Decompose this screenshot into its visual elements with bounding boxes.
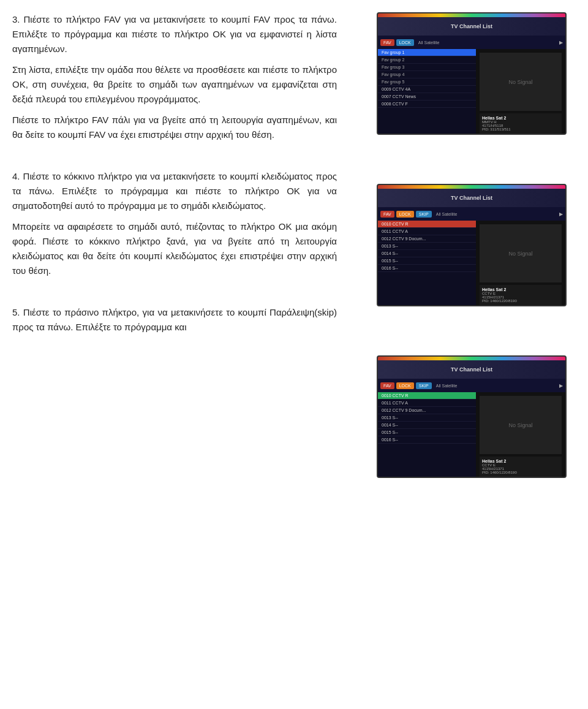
spacer-2: [12, 287, 337, 305]
section-3-block: 3. Πιέστε το πλήκτρο FAV για να μετακινή…: [12, 12, 337, 142]
no-signal-text-3: No Signal: [508, 422, 532, 428]
tv-screenshot-3: TV Channel List FAV LOCK SKIP All Satell…: [377, 355, 567, 478]
tv-info-1: Hellas Sat 2 MMTV H 4171/H/5118 PID: 311…: [480, 113, 562, 134]
channel-0008[interactable]: 0008 CCTV F: [378, 100, 476, 108]
tv-topbar-1: TV Channel List: [378, 17, 565, 36]
tv-info-detail-2c: PID: 1460/1220/8190: [482, 299, 559, 303]
channel-list-2: 0010 CCTV R 0011 CCTV A 0012 CCTV 9 Docu…: [378, 221, 476, 306]
tv-topbar-2: TV Channel List: [378, 189, 565, 207]
tv-info-name-2: Hellas Sat 2: [482, 287, 559, 292]
channel-fav1[interactable]: Fav group 1: [378, 49, 476, 56]
channel-list-1: Fav group 1 Fav group 2 Fav group 3 Fav …: [378, 49, 476, 135]
channel-fav4[interactable]: Fav group 4: [378, 71, 476, 78]
tv-info-detail-1c: PID: 311/513/511: [482, 127, 559, 131]
section-5-block: 5. Πιέστε το πράσινο πλήκτρο, για να μετ…: [12, 305, 337, 335]
para1: 3. Πιέστε το πλήκτρο FAV για να μετακινή…: [12, 12, 337, 56]
text-column: 3. Πιέστε το πλήκτρο FAV για να μετακινή…: [0, 0, 355, 709]
tv-navbar-2: FAV LOCK SKIP All Satellite ▶: [378, 207, 565, 221]
channel-fav3[interactable]: Fav group 3: [378, 64, 476, 71]
channel-0015[interactable]: 0015 S--: [378, 257, 476, 265]
no-signal-text-2: No Signal: [508, 251, 532, 257]
para3: Πιέστε το πλήκτρο FAV πάλι για να βγείτε…: [12, 113, 337, 142]
para5: Μπορείτε να αφαιρέσετε το σημάδι αυτό, π…: [12, 219, 337, 278]
channel-0014b[interactable]: 0014 S--: [378, 422, 476, 429]
lock-btn-3[interactable]: LOCK: [396, 382, 414, 389]
tv-right-2: No Signal Hellas Sat 2 CCTV E 4115H/2137…: [476, 221, 565, 306]
section-4-block: 4. Πιέστε το κόκκινο πλήκτρο για να μετα…: [12, 169, 337, 278]
channel-0009[interactable]: 0009 CCTV 4A: [378, 86, 476, 93]
tv-screenshot-1: TV Channel List FAV LOCK All Satellite ▶…: [377, 12, 567, 135]
spacer-1: [12, 151, 337, 169]
tv-body-2: 0010 CCTV R 0011 CCTV A 0012 CCTV 9 Docu…: [378, 221, 565, 306]
fav-btn-3[interactable]: FAV: [380, 382, 394, 389]
fav-btn-2[interactable]: FAV: [380, 211, 394, 218]
all-satellite-3: All Satellite: [436, 384, 458, 388]
lock-btn-2[interactable]: LOCK: [396, 211, 414, 218]
channel-0016b[interactable]: 0016 S--: [378, 436, 476, 444]
fav-btn-1[interactable]: FAV: [380, 39, 394, 46]
channel-0012b[interactable]: 0012 CCTV 9 Docum...: [378, 407, 476, 414]
para6: 5. Πιέστε το πράσινο πλήκτρο, για να μετ…: [12, 305, 337, 335]
tv-title-3: TV Channel List: [382, 366, 562, 373]
tv-info-3: Hellas Sat 2 CCTV E 4115H/21371 PID: 146…: [480, 457, 562, 477]
tv-body-3: 0010 CCTV R 0011 CCTV A 0012 CCTV 9 Docu…: [378, 392, 565, 478]
tv-right-3: No Signal Hellas Sat 2 CCTV E 4115H/2137…: [476, 392, 565, 478]
channel-0014[interactable]: 0014 S--: [378, 250, 476, 257]
page-container: 3. Πιέστε το πλήκτρο FAV για να μετακινή…: [0, 0, 588, 709]
channel-0013[interactable]: 0013 S--: [378, 243, 476, 250]
tv-navbar-3: FAV LOCK SKIP All Satellite ▶: [378, 379, 565, 392]
nav-arrow-2: ▶: [559, 211, 563, 217]
channel-0013b[interactable]: 0013 S--: [378, 414, 476, 422]
tv-body-1: Fav group 1 Fav group 2 Fav group 3 Fav …: [378, 49, 565, 135]
tv-title-1: TV Channel List: [382, 23, 562, 29]
tv-topbar-3: TV Channel List: [378, 360, 565, 379]
lock-btn-1[interactable]: LOCK: [396, 39, 414, 46]
nav-arrow-1: ▶: [559, 40, 563, 45]
channel-0010-s[interactable]: 0010 CCTV R: [378, 221, 476, 228]
channel-0011b[interactable]: 0011 CCTV A: [378, 400, 476, 407]
tv-info-2: Hellas Sat 2 CCTV E 4115H/21371 PID: 146…: [480, 285, 562, 305]
channel-0011[interactable]: 0011 CCTV A: [378, 228, 476, 235]
channel-fav2[interactable]: Fav group 2: [378, 56, 476, 64]
skip-btn-2[interactable]: SKIP: [416, 211, 432, 218]
channel-0015b[interactable]: 0015 S--: [378, 429, 476, 436]
tv-screenshot-2: TV Channel List FAV LOCK SKIP All Satell…: [377, 184, 567, 306]
all-satellite-1: All Satellite: [418, 40, 440, 45]
channel-0007[interactable]: 0007 CCTV News: [378, 93, 476, 100]
skip-btn-3[interactable]: SKIP: [416, 382, 432, 389]
para4: 4. Πιέστε το κόκκινο πλήκτρο για να μετα…: [12, 169, 337, 213]
channel-fav5[interactable]: Fav group 5: [378, 78, 476, 86]
nav-arrow-3: ▶: [559, 383, 563, 389]
no-signal-2: No Signal: [480, 224, 562, 282]
no-signal-text-1: No Signal: [508, 79, 532, 85]
para2: Στη λίστα, επιλέξτε την ομάδα που θέλετε…: [12, 63, 337, 107]
all-satellite-2: All Satellite: [436, 212, 458, 216]
tv-title-2: TV Channel List: [382, 195, 562, 201]
channel-0010-s3[interactable]: 0010 CCTV R: [378, 392, 476, 400]
tv-info-name-1: Hellas Sat 2: [482, 116, 559, 120]
tv-right-1: No Signal Hellas Sat 2 MMTV H 4171/H/511…: [476, 49, 565, 135]
tv-info-name-3: Hellas Sat 2: [482, 459, 559, 463]
channel-0016[interactable]: 0016 S--: [378, 265, 476, 272]
tv-navbar-1: FAV LOCK All Satellite ▶: [378, 36, 565, 49]
no-signal-3: No Signal: [480, 396, 562, 454]
channel-list-3: 0010 CCTV R 0011 CCTV A 0012 CCTV 9 Docu…: [378, 392, 476, 478]
no-signal-1: No Signal: [480, 53, 562, 111]
image-column: TV Channel List FAV LOCK All Satellite ▶…: [355, 0, 588, 709]
channel-0012[interactable]: 0012 CCTV 9 Docum...: [378, 235, 476, 243]
tv-info-detail-3c: PID: 1460/1220/8190: [482, 471, 559, 474]
